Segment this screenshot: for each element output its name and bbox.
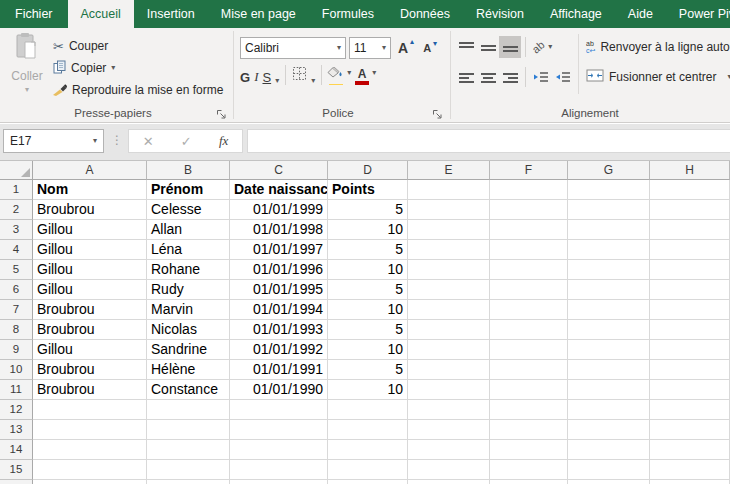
- cell-C16[interactable]: [230, 480, 328, 484]
- cell-E3[interactable]: [408, 220, 490, 240]
- align-left-button[interactable]: [455, 66, 477, 88]
- name-box-caret[interactable]: ▾: [93, 137, 97, 145]
- cell-C15[interactable]: [230, 460, 328, 480]
- cell-H11[interactable]: [650, 380, 730, 400]
- font-dialog-launcher-icon[interactable]: [432, 106, 444, 118]
- cell-G3[interactable]: [568, 220, 650, 240]
- cell-F1[interactable]: [490, 180, 568, 200]
- cell-A9[interactable]: Gillou: [33, 340, 147, 360]
- cell-G13[interactable]: [568, 420, 650, 440]
- cell-H16[interactable]: [650, 480, 730, 484]
- col-header-A[interactable]: A: [33, 161, 147, 180]
- cell-H9[interactable]: [650, 340, 730, 360]
- cell-H12[interactable]: [650, 400, 730, 420]
- format-painter-button[interactable]: Reproduire la mise en forme: [53, 81, 223, 99]
- cell-H13[interactable]: [650, 420, 730, 440]
- row-header-4[interactable]: 4: [0, 240, 33, 260]
- fill-color-button[interactable]: [326, 65, 345, 85]
- cell-B11[interactable]: Constance: [147, 380, 230, 400]
- cell-E15[interactable]: [408, 460, 490, 480]
- cancel-button[interactable]: ✕: [143, 134, 154, 149]
- copy-dropdown-caret[interactable]: ▾: [111, 64, 115, 72]
- decrease-indent-button[interactable]: [530, 66, 552, 88]
- cell-B6[interactable]: Rudy: [147, 280, 230, 300]
- cell-B4[interactable]: Léna: [147, 240, 230, 260]
- cell-E11[interactable]: [408, 380, 490, 400]
- cell-D2[interactable]: 5: [328, 200, 408, 220]
- cell-F12[interactable]: [490, 400, 568, 420]
- cell-G7[interactable]: [568, 300, 650, 320]
- cell-H14[interactable]: [650, 440, 730, 460]
- cell-B5[interactable]: Rohane: [147, 260, 230, 280]
- paste-dropdown-caret[interactable]: ▾: [25, 86, 29, 94]
- cell-D12[interactable]: [328, 400, 408, 420]
- cell-F16[interactable]: [490, 480, 568, 484]
- cell-E10[interactable]: [408, 360, 490, 380]
- align-middle-button[interactable]: [477, 36, 499, 58]
- cell-C6[interactable]: 01/01/1995: [230, 280, 328, 300]
- row-header-9[interactable]: 9: [0, 340, 33, 360]
- align-top-button[interactable]: [455, 36, 477, 58]
- cell-A16[interactable]: [33, 480, 147, 484]
- cell-F5[interactable]: [490, 260, 568, 280]
- row-header-6[interactable]: 6: [0, 280, 33, 300]
- cell-F8[interactable]: [490, 320, 568, 340]
- cell-F7[interactable]: [490, 300, 568, 320]
- cell-F4[interactable]: [490, 240, 568, 260]
- row-header-14[interactable]: 14: [0, 440, 33, 460]
- cell-G12[interactable]: [568, 400, 650, 420]
- tab-fichier[interactable]: Fichier: [0, 0, 68, 28]
- row-header-12[interactable]: 12: [0, 400, 33, 420]
- paste-button[interactable]: Coller ▾: [5, 32, 49, 106]
- cell-H5[interactable]: [650, 260, 730, 280]
- cell-C1[interactable]: Date naissance: [230, 180, 328, 200]
- select-all-corner[interactable]: [0, 161, 33, 180]
- fill-color-caret[interactable]: ▾: [347, 69, 351, 77]
- cell-F15[interactable]: [490, 460, 568, 480]
- borders-caret[interactable]: ▾: [311, 77, 315, 85]
- cell-E4[interactable]: [408, 240, 490, 260]
- cell-B15[interactable]: [147, 460, 230, 480]
- cell-A10[interactable]: Broubrou: [33, 360, 147, 380]
- font-size-caret[interactable]: ▾: [382, 44, 386, 52]
- cell-F9[interactable]: [490, 340, 568, 360]
- row-header-15[interactable]: 15: [0, 460, 33, 480]
- copy-button[interactable]: Copier ▾: [53, 59, 115, 77]
- cell-C13[interactable]: [230, 420, 328, 440]
- cell-A6[interactable]: Gillou: [33, 280, 147, 300]
- cell-E1[interactable]: [408, 180, 490, 200]
- cell-G4[interactable]: [568, 240, 650, 260]
- row-header-10[interactable]: 10: [0, 360, 33, 380]
- cell-H1[interactable]: [650, 180, 730, 200]
- cell-G5[interactable]: [568, 260, 650, 280]
- cell-E9[interactable]: [408, 340, 490, 360]
- cell-D4[interactable]: 5: [328, 240, 408, 260]
- cell-A5[interactable]: Gillou: [33, 260, 147, 280]
- underline-caret[interactable]: ▾: [275, 77, 279, 85]
- cell-G2[interactable]: [568, 200, 650, 220]
- tab-donnees[interactable]: Données: [387, 0, 463, 28]
- insert-function-button[interactable]: fx: [219, 133, 228, 149]
- cell-G16[interactable]: [568, 480, 650, 484]
- font-color-button[interactable]: A: [354, 65, 370, 85]
- tab-power-pivot[interactable]: Power Pivot: [666, 0, 730, 28]
- col-header-B[interactable]: B: [147, 161, 230, 180]
- cell-B13[interactable]: [147, 420, 230, 440]
- cell-B12[interactable]: [147, 400, 230, 420]
- cell-H10[interactable]: [650, 360, 730, 380]
- cell-G10[interactable]: [568, 360, 650, 380]
- cell-C11[interactable]: 01/01/1990: [230, 380, 328, 400]
- cell-A11[interactable]: Broubrou: [33, 380, 147, 400]
- cell-A4[interactable]: Gillou: [33, 240, 147, 260]
- cell-E13[interactable]: [408, 420, 490, 440]
- cell-G14[interactable]: [568, 440, 650, 460]
- cell-F6[interactable]: [490, 280, 568, 300]
- cell-G9[interactable]: [568, 340, 650, 360]
- cell-D15[interactable]: [328, 460, 408, 480]
- name-box[interactable]: E17 ▾: [3, 129, 104, 153]
- cell-G6[interactable]: [568, 280, 650, 300]
- row-header-5[interactable]: 5: [0, 260, 33, 280]
- cut-button[interactable]: ✂ Couper: [53, 37, 108, 55]
- cell-B7[interactable]: Marvin: [147, 300, 230, 320]
- cell-E7[interactable]: [408, 300, 490, 320]
